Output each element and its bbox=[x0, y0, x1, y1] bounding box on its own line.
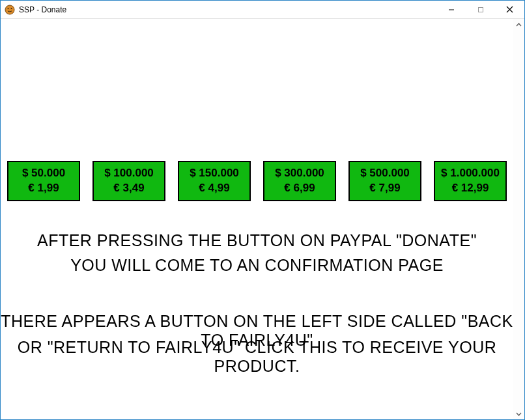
maximize-button[interactable] bbox=[466, 1, 495, 19]
tier-euro: € 3,49 bbox=[113, 181, 144, 196]
tier-euro: € 4,99 bbox=[199, 181, 229, 196]
tier-button-3[interactable]: $ 150.000 € 4,99 bbox=[178, 161, 251, 201]
tier-dollar: $ 500.000 bbox=[360, 166, 410, 181]
app-icon bbox=[5, 5, 15, 15]
tier-button-1[interactable]: $ 50.000 € 1,99 bbox=[7, 161, 80, 201]
tier-euro: € 1,99 bbox=[28, 181, 59, 196]
close-button[interactable] bbox=[495, 1, 524, 19]
window-title: SSP - Donate bbox=[19, 5, 66, 14]
minimize-button[interactable] bbox=[436, 1, 466, 19]
tier-euro: € 12,99 bbox=[452, 181, 489, 196]
svg-point-2 bbox=[11, 8, 12, 9]
tier-dollar: $ 150.000 bbox=[190, 166, 239, 181]
scroll-up-arrow[interactable] bbox=[513, 19, 524, 30]
client-area: $ 50.000 € 1,99 $ 100.000 € 3,49 $ 150.0… bbox=[1, 19, 524, 419]
donation-tiers-row: $ 50.000 € 1,99 $ 100.000 € 3,49 $ 150.0… bbox=[7, 161, 507, 201]
page-content: $ 50.000 € 1,99 $ 100.000 € 3,49 $ 150.0… bbox=[1, 19, 513, 419]
tier-button-2[interactable]: $ 100.000 € 3,49 bbox=[92, 161, 165, 201]
scroll-down-arrow[interactable] bbox=[513, 408, 524, 419]
tier-button-5[interactable]: $ 500.000 € 7,99 bbox=[348, 161, 421, 201]
svg-point-0 bbox=[5, 5, 14, 14]
instructions-line-1: After pressing the button on paypal "Don… bbox=[1, 231, 513, 250]
tier-dollar: $ 300.000 bbox=[275, 166, 324, 181]
tier-euro: € 6,99 bbox=[284, 181, 315, 196]
titlebar[interactable]: SSP - Donate bbox=[1, 1, 524, 19]
tier-button-6[interactable]: $ 1.000.000 € 12,99 bbox=[434, 161, 507, 201]
vertical-scrollbar[interactable] bbox=[513, 19, 524, 419]
instructions-line-4: or "Return to Fairly4u" click this to re… bbox=[1, 338, 513, 376]
tier-button-4[interactable]: $ 300.000 € 6,99 bbox=[263, 161, 336, 201]
tier-dollar: $ 1.000.000 bbox=[441, 166, 500, 181]
svg-rect-4 bbox=[478, 7, 483, 12]
tier-dollar: $ 100.000 bbox=[104, 166, 154, 181]
instructions-line-2: you will come to an confirmation page bbox=[1, 256, 513, 275]
tier-euro: € 7,99 bbox=[369, 181, 400, 196]
app-window: SSP - Donate $ 50.000 € 1,99 bbox=[0, 0, 525, 420]
tier-dollar: $ 50.000 bbox=[22, 166, 65, 181]
svg-point-1 bbox=[8, 8, 9, 9]
